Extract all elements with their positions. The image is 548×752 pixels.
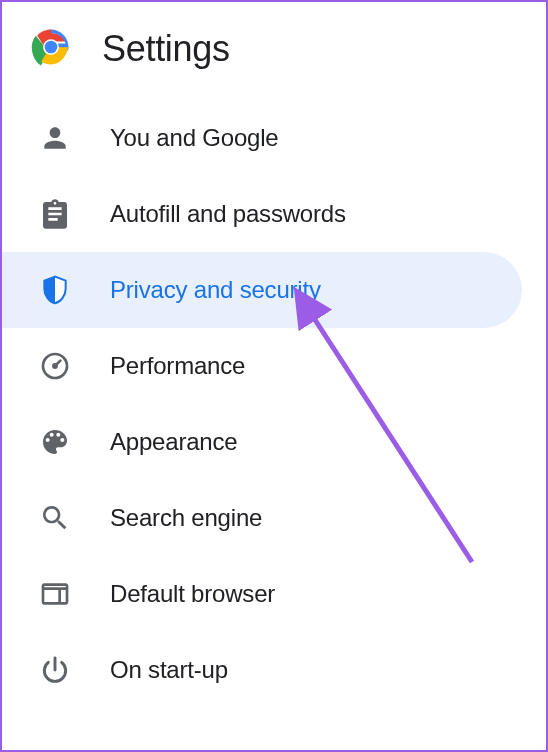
nav-item-label: Autofill and passwords xyxy=(110,200,346,228)
nav-item-label: Search engine xyxy=(110,504,262,532)
svg-point-4 xyxy=(53,364,56,367)
nav-item-label: On start-up xyxy=(110,656,228,684)
palette-icon xyxy=(38,425,72,459)
chrome-logo-icon xyxy=(30,26,72,72)
nav-item-label: Appearance xyxy=(110,428,237,456)
nav-item-you-and-google[interactable]: You and Google xyxy=(2,100,522,176)
power-icon xyxy=(38,653,72,687)
nav-item-label: Performance xyxy=(110,352,245,380)
search-icon xyxy=(38,501,72,535)
settings-header: Settings xyxy=(2,2,546,90)
nav-item-label: Default browser xyxy=(110,580,275,608)
nav-item-privacy-security[interactable]: Privacy and security xyxy=(2,252,522,328)
settings-nav: You and Google Autofill and passwords Pr… xyxy=(2,90,546,708)
svg-point-2 xyxy=(45,41,58,54)
person-icon xyxy=(38,121,72,155)
page-title: Settings xyxy=(102,28,230,70)
nav-item-on-startup[interactable]: On start-up xyxy=(2,632,522,708)
gauge-icon xyxy=(38,349,72,383)
nav-item-performance[interactable]: Performance xyxy=(2,328,522,404)
clipboard-icon xyxy=(38,197,72,231)
nav-item-search-engine[interactable]: Search engine xyxy=(2,480,522,556)
browser-icon xyxy=(38,577,72,611)
nav-item-autofill[interactable]: Autofill and passwords xyxy=(2,176,522,252)
nav-item-label: Privacy and security xyxy=(110,276,321,304)
nav-item-label: You and Google xyxy=(110,124,278,152)
nav-item-appearance[interactable]: Appearance xyxy=(2,404,522,480)
shield-icon xyxy=(38,273,72,307)
nav-item-default-browser[interactable]: Default browser xyxy=(2,556,522,632)
